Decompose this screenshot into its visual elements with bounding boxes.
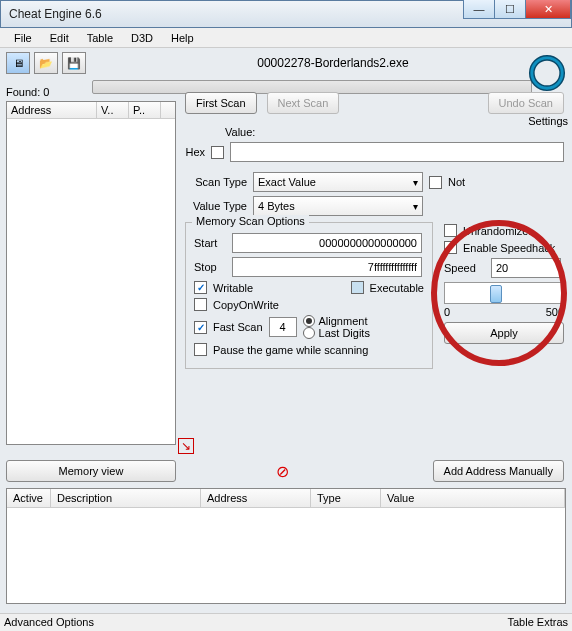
stop-label: Stop [194,261,226,273]
cheat-engine-logo[interactable] [528,52,566,94]
not-label: Not [448,176,465,188]
open-file-button[interactable]: 📂 [34,52,58,74]
valuetype-label: Value Type [185,200,247,212]
minimize-button[interactable]: — [463,0,495,19]
menu-help[interactable]: Help [163,30,202,46]
speed-slider[interactable] [444,282,564,304]
pause-checkbox[interactable] [194,343,207,356]
value-input[interactable] [230,142,564,162]
menu-edit[interactable]: Edit [42,30,77,46]
table-extras[interactable]: Table Extras [507,616,568,629]
process-name: 00002278-Borderlands2.exe [100,56,566,70]
fastscan-label: Fast Scan [213,321,263,333]
memory-view-button[interactable]: Memory view [6,460,176,482]
writable-checkbox[interactable] [194,281,207,294]
col-type[interactable]: Type [311,489,381,507]
result-list[interactable]: Address V.. P.. [6,101,176,445]
col-addr[interactable]: Address [201,489,311,507]
stop-input[interactable] [232,257,422,277]
maximize-button[interactable]: ☐ [494,0,526,19]
apply-button[interactable]: Apply [444,322,564,344]
fastscan-value[interactable] [269,317,297,337]
open-process-button[interactable]: 🖥 [6,52,30,74]
first-scan-button[interactable]: First Scan [185,92,257,114]
value-label: Value: [225,126,255,138]
menu-d3d[interactable]: D3D [123,30,161,46]
undo-scan-button: Undo Scan [488,92,564,114]
col-val[interactable]: Value [381,489,565,507]
unrandomizer-checkbox[interactable] [444,224,457,237]
col-active[interactable]: Active [7,489,51,507]
executable-label: Executable [370,282,424,294]
close-button[interactable]: ✕ [525,0,571,19]
svg-point-1 [532,58,562,88]
fastscan-checkbox[interactable] [194,321,207,334]
writable-label: Writable [213,282,253,294]
alignment-radio[interactable] [303,315,315,327]
save-button[interactable]: 💾 [62,52,86,74]
col-previous[interactable]: P.. [129,102,161,118]
hex-label: Hex [185,146,205,158]
menubar: File Edit Table D3D Help [0,28,572,48]
col-value[interactable]: V.. [97,102,129,118]
speedhack-checkbox[interactable] [444,241,457,254]
drag-icon[interactable]: ↘ [178,438,194,454]
memory-options-title: Memory Scan Options [192,215,309,227]
start-label: Start [194,237,226,249]
slider-thumb[interactable] [490,285,502,303]
no-cheat-icon[interactable]: ⊘ [276,462,289,481]
advanced-options[interactable]: Advanced Options [4,616,94,629]
not-checkbox[interactable] [429,176,442,189]
add-address-button[interactable]: Add Address Manually [433,460,564,482]
valuetype-select[interactable]: 4 Bytes [253,196,423,216]
cheat-table[interactable]: Active Description Address Type Value [6,488,566,604]
menu-table[interactable]: Table [79,30,121,46]
titlebar[interactable]: Cheat Engine 6.6 — ☐ ✕ [0,0,572,28]
start-input[interactable] [232,233,422,253]
hex-checkbox[interactable] [211,146,224,159]
cow-checkbox[interactable] [194,298,207,311]
executable-checkbox[interactable] [351,281,364,294]
col-address[interactable]: Address [7,102,97,118]
col-description[interactable]: Description [51,489,201,507]
scantype-select[interactable]: Exact Value [253,172,423,192]
pause-label: Pause the game while scanning [213,344,368,356]
lastdigits-radio[interactable] [303,327,315,339]
cow-label: CopyOnWrite [213,299,279,311]
menu-file[interactable]: File [6,30,40,46]
window-title: Cheat Engine 6.6 [9,7,102,21]
found-count: Found: 0 [6,86,176,98]
next-scan-button: Next Scan [267,92,340,114]
statusbar: Advanced Options Table Extras [0,613,572,631]
speed-input[interactable] [491,258,561,278]
scantype-label: Scan Type [185,176,247,188]
